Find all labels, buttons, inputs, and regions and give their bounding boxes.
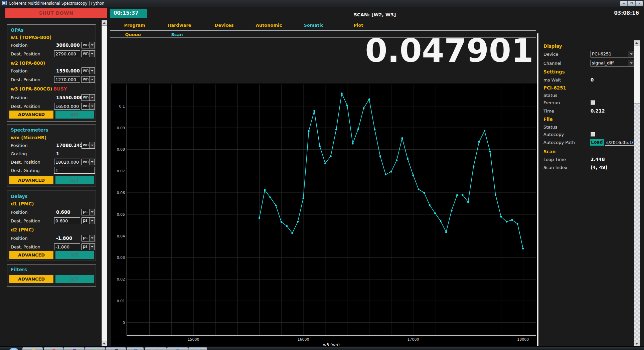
chevron-down-icon[interactable] [90, 159, 95, 165]
close-icon[interactable]: ✕ [635, 1, 643, 6]
w1-position-units-select[interactable]: wn [82, 42, 95, 48]
taskbar-app-4[interactable] [85, 347, 105, 350]
wm-dest-grating-input[interactable] [54, 167, 95, 174]
w2-position-units-select[interactable]: wn [82, 67, 95, 74]
tab-hardware[interactable]: Hardware [157, 21, 202, 29]
pci-status-label: Status [543, 93, 557, 98]
d1-position-label: Position [11, 210, 28, 215]
w3-dest-label: Dest. Position [11, 104, 40, 109]
minimize-icon[interactable]: ─ [620, 1, 628, 6]
scan-plot: 00.010.020.030.040.050.060.070.080.090.1… [111, 83, 537, 346]
wm-position-units-select[interactable]: wn [82, 142, 95, 149]
svg-text:15000: 15000 [188, 337, 199, 342]
scan-plot-canvas: 00.010.020.030.040.050.060.070.080.090.1… [111, 83, 537, 346]
chevron-down-icon[interactable] [90, 68, 95, 74]
d2-dest-units-select[interactable]: ps [82, 243, 95, 250]
autocopy-checkbox[interactable] [591, 132, 595, 137]
w1-dest-input[interactable] [54, 50, 80, 57]
svg-text:w3 (wn): w3 (wn) [323, 342, 340, 346]
chevron-down-icon[interactable] [90, 209, 95, 215]
d1-dest-input[interactable] [54, 217, 80, 224]
freerun-checkbox[interactable] [591, 100, 595, 105]
file-header: File [543, 117, 553, 122]
subtab-queue[interactable]: Queue [112, 31, 154, 38]
scroll-down-icon[interactable] [102, 341, 107, 346]
maximize-icon[interactable]: ❐ [628, 1, 635, 6]
d1-position-units-select[interactable]: ps [82, 209, 95, 215]
tab-devices[interactable]: Devices [202, 21, 247, 29]
subtab-scan[interactable]: Scan [156, 31, 198, 38]
chevron-down-icon[interactable] [90, 142, 95, 148]
chevron-down-icon[interactable] [90, 42, 95, 48]
chevron-down-icon[interactable] [90, 244, 95, 250]
panel-splitter[interactable] [537, 33, 538, 346]
taskbar-app-7[interactable] [145, 347, 167, 350]
tab-autonomic[interactable]: Autonomic [247, 21, 291, 29]
tab-program[interactable]: Program [112, 21, 157, 29]
chevron-down-icon[interactable] [90, 103, 95, 109]
scrollbar-thumb[interactable] [102, 25, 107, 341]
w1-dest-units-select[interactable]: wn [82, 50, 95, 57]
svg-text:17000: 17000 [407, 337, 419, 342]
delays-set-button[interactable]: SET [55, 251, 94, 259]
opas-set-button[interactable]: SET [55, 111, 94, 119]
chevron-down-icon[interactable] [90, 235, 95, 241]
scrollbar-thumb[interactable] [634, 46, 640, 104]
taskbar-app-5[interactable] [106, 347, 126, 350]
load-button[interactable]: Load [590, 139, 604, 146]
wm-dest-units-select[interactable]: wn [82, 159, 95, 165]
loop-time-value: 2.448 [591, 157, 605, 162]
w3-dest-input[interactable] [54, 103, 80, 110]
tab-plot[interactable]: Plot [336, 21, 381, 29]
opas-advanced-button[interactable]: ADVANCED [9, 111, 53, 119]
svg-text:0: 0 [123, 321, 125, 325]
taskbar-app-9[interactable] [188, 347, 207, 350]
spectrometers-advanced-button[interactable]: ADVANCED [9, 176, 53, 184]
channel-select[interactable]: signal_diff [591, 60, 634, 66]
filters-set-button[interactable]: SET [55, 275, 94, 283]
taskbar-app-6[interactable] [127, 347, 144, 350]
wm-grating-label: Grating [11, 151, 27, 156]
wm-dest-position-label: Dest. Position [11, 160, 40, 165]
w3-position-units-select[interactable]: wn [82, 94, 95, 101]
scroll-down-icon[interactable] [634, 341, 640, 346]
svg-text:0.06: 0.06 [117, 191, 125, 195]
w3-position-value: 15550.000 [56, 95, 83, 100]
tab-somatic[interactable]: Somatic [291, 21, 336, 29]
chevron-down-icon[interactable] [90, 76, 95, 82]
right-panel-scrollbar[interactable] [634, 40, 640, 346]
chevron-down-icon[interactable] [90, 51, 95, 57]
start-button[interactable] [8, 347, 19, 350]
taskbar-app-2[interactable] [44, 347, 63, 350]
chevron-down-icon[interactable] [90, 218, 95, 224]
d2-dest-input[interactable] [54, 243, 80, 250]
taskbar-app-3[interactable] [63, 347, 85, 350]
taskbar-app-8[interactable] [167, 347, 188, 350]
d2-position-units-select[interactable]: ps [82, 235, 95, 241]
spectrometers-set-button[interactable]: SET [55, 176, 94, 184]
chevron-down-icon[interactable] [629, 60, 634, 66]
delays-advanced-button[interactable]: ADVANCED [9, 251, 53, 259]
d2-dest-label: Dest. Position [11, 244, 40, 249]
w2-dest-label: Dest. Position [11, 77, 40, 82]
scan-index-value: (4, 49) [591, 165, 607, 170]
chevron-down-icon[interactable] [629, 51, 634, 57]
w3-dest-units-select[interactable]: wn [82, 103, 95, 110]
d1-dest-units-select[interactable]: ps [82, 217, 95, 224]
filters-advanced-button[interactable]: ADVANCED [9, 275, 53, 283]
scroll-up-icon[interactable] [102, 20, 107, 25]
wm-dest-position-input[interactable] [54, 159, 80, 165]
scroll-up-icon[interactable] [634, 40, 640, 45]
d2-position-label: Position [11, 236, 28, 241]
w2-dest-input[interactable] [54, 76, 80, 83]
filters-header: Filters [11, 267, 27, 272]
chevron-down-icon[interactable] [90, 95, 95, 101]
device-select[interactable]: PCI-6251 [591, 51, 634, 57]
shutdown-button[interactable]: SHUT DOWN [5, 8, 107, 18]
main-vertical-scrollbar[interactable] [102, 20, 107, 346]
w2-dest-units-select[interactable]: wn [82, 76, 95, 83]
w3-busy-badge: BUSY [53, 86, 67, 92]
autocopy-path-input[interactable] [605, 139, 634, 146]
scan-status-label: SCAN: [W2, W3] [335, 12, 415, 17]
taskbar-app-1[interactable] [22, 347, 43, 350]
